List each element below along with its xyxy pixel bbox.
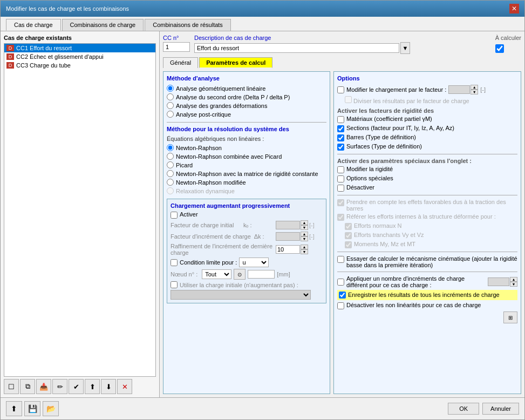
cc-number-label: CC n° [163, 35, 190, 41]
appliquer-checkbox[interactable] [337, 279, 344, 286]
facteur-increment-down[interactable]: ▼ [301, 236, 308, 241]
noeud-value-input[interactable] [248, 270, 275, 279]
sub-tab-general[interactable]: Général [163, 57, 198, 68]
desactiver-nl-checkbox[interactable] [337, 302, 344, 309]
methode-resolution-title: Méthode pour la résolution du système de… [167, 126, 326, 132]
noeud-row: Nœud n° : Tout ⊙ [mm] [171, 269, 323, 280]
surfaces-row[interactable]: Surfaces (Type de définition) [337, 143, 517, 151]
load-case-item-2[interactable]: D CC2 Échec et glissement d'appui [4, 52, 155, 61]
cc-number-input[interactable] [163, 42, 190, 52]
modifier-unit: [-] [480, 86, 486, 93]
efforts-normaux-checkbox [345, 223, 352, 230]
facteur-initial-unit: [-] [309, 222, 323, 228]
load-case-item-1[interactable]: D CC1 Effort du ressort [4, 44, 155, 52]
desc-dropdown-btn[interactable]: ▼ [400, 42, 410, 54]
radio-nr-constante[interactable]: Newton-Raphson avec la matrice de rigidi… [167, 170, 326, 177]
desactiver-label: Désactiver [346, 184, 374, 191]
facteur-initial-down[interactable]: ▼ [301, 225, 308, 230]
desactiver-row[interactable]: Désactiver [337, 184, 517, 192]
acalculer-checkbox[interactable] [495, 44, 504, 53]
condition-checkbox[interactable] [171, 259, 178, 266]
rename-btn[interactable]: ✏ [52, 379, 67, 394]
tab-combinaisons-resultats[interactable]: Combinaisons de résultats [145, 19, 231, 31]
activer-checkbox[interactable] [171, 212, 178, 219]
radio-picard[interactable]: Picard [167, 161, 326, 168]
facteur-initial-input[interactable] [276, 221, 300, 229]
tab-cas-de-charge[interactable]: Cas de charge [6, 19, 61, 31]
cc-id-3: CC3 [16, 62, 28, 69]
modifier-up[interactable]: ▲ [471, 85, 478, 90]
close-button[interactable]: ✕ [509, 4, 519, 13]
appliquer-input[interactable] [488, 277, 509, 286]
essayer-checkbox[interactable] [337, 256, 344, 263]
condition-select[interactable]: u [239, 258, 269, 267]
analyse-radio-group: Analyse géométriquement linéaire Analyse… [167, 85, 326, 118]
radio-relaxation[interactable]: Relaxation dynamique [167, 187, 326, 194]
sections-row[interactable]: Sections (facteur pour IT, Iy, Iz, A, Ay… [337, 125, 517, 132]
options-speciales-checkbox[interactable] [337, 175, 344, 182]
cancel-button[interactable]: Annuler [482, 403, 519, 415]
activer-checkbox-row[interactable]: Activer [171, 211, 323, 219]
essayer-row[interactable]: Essayer de calculer le mécanisme cinémat… [337, 255, 517, 268]
diviser-checkbox[interactable] [345, 96, 352, 103]
raffinement-input[interactable] [276, 245, 300, 254]
content-area: Cas de charge existants D CC1 Effort du … [1, 31, 524, 397]
import-btn[interactable]: 📥 [36, 379, 51, 394]
radio-nr-modifiee[interactable]: Newton-Raphson modifiée [167, 179, 326, 186]
load-case-item-3[interactable]: D CC3 Charge du tube [4, 61, 155, 70]
facteur-increment-up[interactable]: ▲ [301, 232, 308, 236]
utiliser-select[interactable] [171, 290, 311, 300]
modifier-rigidite-row[interactable]: Modifier la rigidité [337, 166, 517, 173]
radio-newton-raphson[interactable]: Newton-Raphson [167, 144, 326, 151]
desactiver-checkbox[interactable] [337, 185, 344, 192]
barres-checkbox[interactable] [337, 134, 344, 141]
enregistrer-checkbox[interactable] [339, 292, 346, 299]
appliquer-up[interactable]: ▲ [510, 277, 517, 282]
desc-group: Description de cas de charge ▼ [194, 35, 491, 54]
modifier-chargement-checkbox[interactable] [337, 86, 344, 93]
options-extra-btn[interactable]: ⊞ [503, 311, 517, 323]
desactiver-nl-row[interactable]: Désactiver les non linéarités pour ce ca… [337, 302, 517, 309]
sub-tab-parametres[interactable]: Paramètres de calcul [199, 57, 272, 68]
new-btn[interactable]: ☐ [4, 379, 19, 394]
delete-btn[interactable]: ✕ [117, 379, 132, 394]
facteur-initial-up[interactable]: ▲ [301, 220, 308, 225]
barres-row[interactable]: Barres (Type de définition) [337, 134, 517, 141]
bottom-btn-1[interactable]: ⬆ [6, 401, 22, 416]
noeud-pick-btn[interactable]: ⊙ [234, 269, 246, 280]
move-up-btn[interactable]: ⬆ [85, 379, 100, 394]
desc-input[interactable] [194, 43, 399, 53]
essayer-label: Essayer de calculer le mécanisme cinémat… [346, 255, 517, 268]
appliquer-spinbtns: ▲ ▼ [510, 277, 517, 287]
bottom-btn-2[interactable]: 💾 [24, 401, 40, 416]
radio-second-ordre[interactable]: Analyse du second ordre (Delta P / delta… [167, 93, 326, 100]
radio-lineaire[interactable]: Analyse géométriquement linéaire [167, 85, 326, 92]
materiaux-checkbox[interactable] [337, 116, 344, 123]
facteur-initial-label: Facteur de charge initial k₀ : [171, 222, 276, 229]
appliquer-down[interactable]: ▼ [510, 282, 517, 287]
bottom-btn-3[interactable]: 📂 [43, 401, 59, 416]
tab-combinaisons-charge[interactable]: Combinaisons de charge [62, 19, 144, 31]
raffinement-down[interactable]: ▼ [301, 249, 308, 254]
bottom-bar: ⬆ 💾 📂 OK Annuler [1, 397, 524, 419]
ok-button[interactable]: OK [448, 403, 479, 415]
radio-post-critique[interactable]: Analyse post-critique [167, 111, 326, 118]
noeud-select[interactable]: Tout [202, 269, 231, 279]
sections-checkbox[interactable] [337, 125, 344, 132]
utiliser-checkbox[interactable] [171, 281, 178, 288]
surfaces-checkbox[interactable] [337, 144, 344, 151]
modifier-down[interactable]: ▼ [471, 90, 478, 94]
prendre-label: Prendre en compte les effets favorables … [346, 199, 517, 212]
options-speciales-row[interactable]: Options spéciales [337, 175, 517, 182]
check-btn[interactable]: ✔ [69, 379, 84, 394]
window-title: Modifier les cas de charge et les combin… [6, 5, 129, 12]
raffinement-up[interactable]: ▲ [301, 245, 308, 249]
copy-btn[interactable]: ⧉ [20, 379, 35, 394]
facteur-increment-input[interactable] [276, 232, 300, 241]
materiaux-row[interactable]: Matériaux (coefficient partiel γM) [337, 116, 517, 123]
modifier-chargement-input[interactable] [448, 85, 470, 94]
radio-nr-picard[interactable]: Newton-Raphson combinée avec Picard [167, 153, 326, 160]
radio-grandes-deformations[interactable]: Analyse des grandes déformations [167, 102, 326, 109]
move-down-btn[interactable]: ⬇ [101, 379, 116, 394]
modifier-rigidite-checkbox[interactable] [337, 166, 344, 173]
